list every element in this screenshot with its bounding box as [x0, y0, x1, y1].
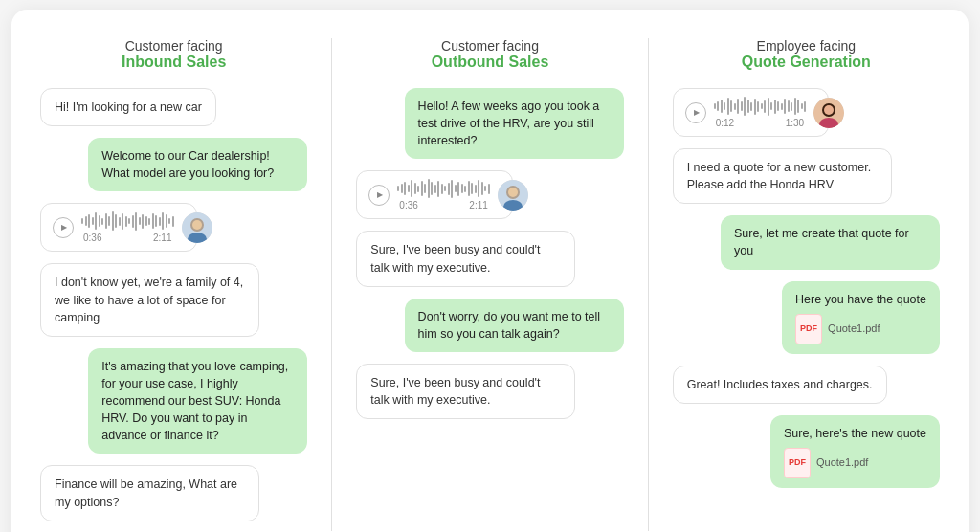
messages-list: Hello! A few weeks ago you took a test d…: [356, 88, 623, 429]
bubble-pdf: Sure, here's the new quote PDF Quote1.pd…: [770, 415, 940, 488]
messages-list: 0:121:30 I need a quote for a new custom…: [673, 88, 940, 498]
chat-message-pdf: Sure, here's the new quote PDF Quote1.pd…: [673, 415, 940, 488]
audio-message: 0:362:11: [356, 170, 623, 219]
bubble-text: Sure, let me create that quote for you: [721, 215, 940, 269]
chat-message-left: Hi! I'm looking for a new car: [40, 88, 307, 126]
avatar: [813, 98, 844, 128]
messages-list: Hi! I'm looking for a new car Welcome to…: [40, 88, 307, 531]
pdf-icon: PDF: [795, 314, 822, 344]
svg-point-5: [503, 200, 523, 211]
chat-message-right: Welcome to our Car dealership! What mode…: [40, 138, 307, 191]
audio-bubble[interactable]: 0:362:11: [40, 203, 197, 252]
bubble-pdf: Here you have the quote PDF Quote1.pdf: [782, 281, 940, 354]
main-container: Customer facing Inbound Sales Hi! I'm lo…: [11, 10, 969, 532]
bubble-text: Sure, I've been busy and could't talk wi…: [356, 364, 575, 419]
audio-times: 0:362:11: [397, 200, 490, 211]
waveform: [81, 211, 174, 231]
bubble-text: I don't know yet, we're a family of 4, w…: [40, 263, 259, 336]
audio-message: 0:121:30: [673, 88, 940, 137]
audio-bubble[interactable]: 0:121:30: [673, 88, 830, 137]
waveform: [714, 97, 807, 116]
column-header-quote: Employee facing Quote Generation: [673, 38, 940, 71]
waveform: [397, 179, 490, 198]
avatar: [498, 180, 528, 211]
column-header-inbound: Customer facing Inbound Sales: [40, 38, 307, 71]
play-button[interactable]: [368, 185, 390, 206]
column-outbound: Customer facing Outbound Sales Hello! A …: [346, 38, 633, 531]
chat-message-left: I need a quote for a new customer. Pleas…: [673, 148, 940, 204]
bubble-text: Hello! A few weeks ago you took a test d…: [405, 88, 624, 159]
play-button[interactable]: [53, 217, 74, 238]
chat-message-left: Finance will be amazing, What are my opt…: [40, 465, 307, 521]
pdf-filename: Quote1.pdf: [828, 321, 880, 337]
chat-message-right: Hello! A few weeks ago you took a test d…: [356, 88, 623, 159]
bubble-text: It's amazing that you love camping, for …: [88, 348, 307, 454]
svg-point-1: [192, 220, 202, 230]
chat-message-left: Sure, I've been busy and could't talk wi…: [356, 231, 623, 286]
bubble-pdf-text: Sure, here's the new quote: [784, 425, 926, 442]
chat-message-left: Great! Includes taxes and charges.: [673, 366, 940, 404]
svg-point-4: [508, 188, 518, 197]
bubble-text: Hi! I'm looking for a new car: [40, 88, 216, 126]
column-header-outbound: Customer facing Outbound Sales: [356, 38, 623, 71]
avatar: [182, 212, 212, 243]
svg-point-8: [819, 118, 838, 128]
chat-message-right: Don't worry, do you want me to tell him …: [356, 299, 623, 352]
column-title: Inbound Sales: [40, 54, 307, 71]
bubble-text: Great! Includes taxes and charges.: [673, 366, 887, 404]
chat-message-right: It's amazing that you love camping, for …: [40, 348, 307, 454]
column-divider: [648, 38, 649, 531]
play-button[interactable]: [685, 102, 706, 123]
column-quote: Employee facing Quote Generation 0:121:3…: [663, 38, 949, 531]
bubble-text: Finance will be amazing, What are my opt…: [40, 465, 259, 521]
audio-message: 0:362:11: [40, 203, 307, 252]
column-subtitle: Employee facing: [673, 38, 940, 54]
chat-message-right: Sure, let me create that quote for you: [673, 215, 940, 269]
bubble-text: Don't worry, do you want me to tell him …: [405, 299, 624, 352]
chat-message-left: Sure, I've been busy and could't talk wi…: [356, 364, 623, 419]
bubble-pdf-text: Here you have the quote: [795, 291, 926, 308]
svg-point-2: [188, 233, 207, 243]
column-divider: [331, 38, 332, 531]
column-inbound: Customer facing Inbound Sales Hi! I'm lo…: [31, 38, 317, 531]
svg-point-7: [824, 105, 834, 115]
bubble-text: Welcome to our Car dealership! What mode…: [88, 138, 307, 191]
column-title: Outbound Sales: [356, 54, 623, 71]
pdf-filename: Quote1.pdf: [816, 455, 868, 471]
audio-bubble[interactable]: 0:362:11: [356, 170, 513, 219]
pdf-attachment[interactable]: PDF Quote1.pdf: [784, 448, 926, 478]
column-subtitle: Customer facing: [40, 38, 307, 54]
column-subtitle: Customer facing: [356, 38, 623, 54]
pdf-attachment[interactable]: PDF Quote1.pdf: [795, 314, 926, 344]
audio-times: 0:121:30: [714, 118, 807, 128]
bubble-text: Sure, I've been busy and could't talk wi…: [356, 231, 575, 286]
audio-times: 0:362:11: [81, 233, 174, 243]
pdf-icon: PDF: [784, 448, 811, 478]
column-title: Quote Generation: [673, 54, 940, 71]
bubble-text: I need a quote for a new customer. Pleas…: [673, 148, 892, 204]
chat-message-left: I don't know yet, we're a family of 4, w…: [40, 263, 307, 336]
chat-message-pdf: Here you have the quote PDF Quote1.pdf: [673, 281, 940, 354]
